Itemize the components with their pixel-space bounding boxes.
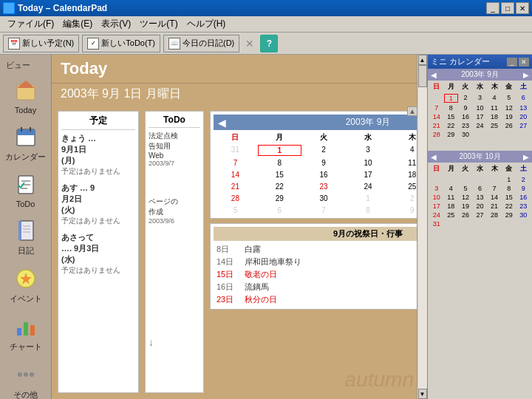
cal-day[interactable]: 22 bbox=[258, 182, 301, 191]
cal-day[interactable]: 23 bbox=[302, 182, 346, 191]
mini-cal-oct-header: ◀ 2003年 10月 ▶ bbox=[428, 151, 532, 163]
window-controls: _ □ ✕ bbox=[486, 2, 529, 14]
todo-title: ToDo bbox=[149, 115, 200, 128]
cal-day[interactable]: 24 bbox=[347, 182, 390, 191]
sidebar-item-diary[interactable]: 日記 bbox=[0, 213, 51, 261]
mini-cal-close[interactable]: ✕ bbox=[519, 58, 529, 66]
sidebar-item-other[interactable]: その他 bbox=[0, 357, 51, 399]
menu-view[interactable]: 表示(V) bbox=[97, 16, 135, 32]
svg-rect-18 bbox=[24, 322, 28, 335]
schedule-entry-1: あす … 9月2日(火) 予定はありません bbox=[61, 183, 135, 226]
cal-day[interactable]: 8 bbox=[347, 205, 390, 215]
cal-day[interactable]: 5 bbox=[214, 205, 257, 215]
cal-day[interactable]: 17 bbox=[347, 170, 390, 180]
minimize-button[interactable]: _ bbox=[486, 2, 499, 14]
help-button[interactable]: ? bbox=[260, 35, 278, 52]
cal-day[interactable]: 7 bbox=[214, 158, 257, 168]
cal-prev-button[interactable]: ◀ bbox=[218, 117, 226, 129]
schedule-panel: 予定 きょう …9月1日(月) 予定はありません あす … 9月2日(火) 予定… bbox=[58, 111, 139, 393]
diary-label: 日記 bbox=[18, 245, 34, 256]
svg-marker-1 bbox=[17, 81, 35, 88]
schedule-entry-2: あさって…. 9月3日(水) 予定はありません bbox=[61, 232, 135, 276]
other-icon bbox=[13, 361, 39, 388]
view-label: ビュー bbox=[0, 58, 30, 73]
new-schedule-icon: 📅 bbox=[8, 38, 20, 50]
menu-edit[interactable]: 編集(E) bbox=[58, 16, 97, 32]
svg-rect-17 bbox=[17, 328, 21, 335]
menu-file[interactable]: ファイル(F) bbox=[3, 16, 58, 32]
mini-cal-sep-header: ◀ 2003年 9月 ▶ bbox=[428, 69, 532, 81]
app-icon bbox=[3, 2, 15, 14]
mini-cal-sep-next[interactable]: ▶ bbox=[523, 71, 529, 79]
event-label: イベント bbox=[10, 293, 42, 304]
scroll-up-arrow[interactable]: ▲ bbox=[418, 55, 427, 65]
sidebar-item-today[interactable]: Today bbox=[0, 73, 51, 119]
cal-day[interactable]: 10 bbox=[347, 158, 390, 168]
cal-day[interactable]: 29 bbox=[258, 194, 301, 203]
calendar-label: カレンダー bbox=[5, 151, 46, 163]
event-icon bbox=[13, 265, 39, 292]
sidebar-item-chart[interactable]: チャート bbox=[0, 309, 51, 357]
today-diary-button[interactable]: 📖 今日の日記(D) bbox=[163, 35, 239, 52]
sidebar-item-todo[interactable]: ToDo bbox=[0, 167, 51, 213]
cal-day[interactable]: 30 bbox=[302, 194, 346, 203]
cal-day[interactable]: 21 bbox=[214, 182, 257, 191]
mini-cal-sep-prev[interactable]: ◀ bbox=[431, 71, 437, 79]
scroll-thumb[interactable] bbox=[418, 65, 427, 87]
maximize-button[interactable]: □ bbox=[501, 2, 514, 14]
new-todo-icon: ✓ bbox=[87, 38, 99, 50]
cal-day[interactable]: 9 bbox=[302, 158, 346, 168]
cal-day[interactable]: 14 bbox=[214, 170, 257, 180]
today-label: Today bbox=[15, 106, 36, 115]
cal-day[interactable]: 8 bbox=[258, 158, 301, 168]
mini-cal-today[interactable]: 1 bbox=[444, 94, 459, 103]
calendar-icon bbox=[13, 123, 39, 150]
mini-cal-title-bar: ミニ カレンダー _ ✕ bbox=[428, 55, 532, 69]
mini-cal-oct-next[interactable]: ▶ bbox=[523, 153, 529, 161]
svg-point-22 bbox=[30, 372, 34, 377]
new-todo-button[interactable]: ✓ 新しいToDo(T) bbox=[82, 35, 160, 52]
scroll-up-button[interactable]: ▲ bbox=[407, 106, 417, 116]
cal-day[interactable]: 16 bbox=[302, 170, 346, 180]
cal-day[interactable]: 1 bbox=[347, 194, 390, 203]
schedule-title: 予定 bbox=[61, 115, 135, 130]
menu-tools[interactable]: ツール(T) bbox=[135, 16, 182, 32]
todo-icon bbox=[13, 171, 39, 198]
svg-rect-3 bbox=[17, 129, 35, 135]
other-label: その他 bbox=[13, 389, 38, 399]
mini-cal-sep-headers: 日 月 火 水 木 金 土 bbox=[428, 81, 532, 93]
cal-day-today[interactable]: 1 bbox=[258, 145, 301, 156]
cal-day[interactable]: 31 bbox=[214, 145, 257, 156]
svg-rect-19 bbox=[30, 325, 35, 335]
autumn-watermark: autumn bbox=[345, 368, 414, 392]
svg-point-21 bbox=[24, 372, 28, 377]
mini-cal-sep-week1: 31 1 2 3 4 5 6 bbox=[428, 93, 532, 103]
menu-bar: ファイル(F) 編集(E) 表示(V) ツール(T) ヘルプ(H) bbox=[0, 16, 532, 33]
todo-panel: ToDo 法定点検告知用Web 2003/9/7 ↓ ページの作成 2003/9… bbox=[145, 111, 204, 393]
menu-help[interactable]: ヘルプ(H) bbox=[183, 16, 231, 32]
todo-item-0: 法定点検告知用Web 2003/9/7 bbox=[149, 131, 200, 167]
cal-day[interactable]: 3 bbox=[347, 145, 390, 156]
close-button[interactable]: ✕ bbox=[516, 2, 529, 14]
cal-day[interactable]: 2 bbox=[302, 145, 346, 156]
delete-button[interactable]: ✕ bbox=[242, 35, 257, 52]
sidebar-item-calendar[interactable]: カレンダー bbox=[0, 119, 51, 167]
cal-day[interactable]: 15 bbox=[258, 170, 301, 180]
today-icon bbox=[13, 78, 39, 104]
mini-cal-minimize[interactable]: _ bbox=[507, 58, 517, 66]
cal-day[interactable]: 6 bbox=[258, 205, 301, 215]
sidebar-item-event[interactable]: イベント bbox=[0, 261, 51, 309]
todo-arrow-icon: ↓ bbox=[149, 336, 154, 348]
sidebar: ビュー Today カレンダー bbox=[0, 55, 52, 399]
new-schedule-button[interactable]: 📅 新しい予定(N) bbox=[3, 35, 79, 52]
scroll-down-arrow[interactable]: ▼ bbox=[418, 389, 427, 399]
scroll-track bbox=[418, 65, 427, 389]
cal-day[interactable]: 28 bbox=[214, 194, 257, 203]
chart-icon bbox=[13, 313, 39, 340]
svg-rect-10 bbox=[20, 221, 33, 240]
scrollbar[interactable]: ▲ ▼ bbox=[417, 55, 427, 399]
mini-cal-oct-prev[interactable]: ◀ bbox=[431, 153, 437, 161]
mini-calendar-container: ミニ カレンダー _ ✕ ◀ 2003年 9月 ▶ 日 月 火 水 bbox=[427, 55, 532, 399]
title-bar: Today – CalendarPad _ □ ✕ bbox=[0, 0, 532, 16]
cal-day[interactable]: 7 bbox=[302, 205, 346, 215]
